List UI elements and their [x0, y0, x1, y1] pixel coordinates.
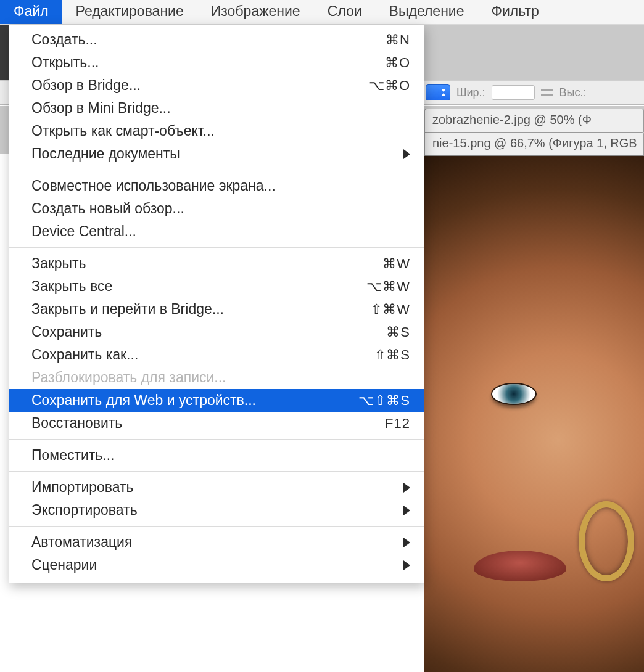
- menu-item: Разблокировать для записи...: [9, 366, 424, 389]
- menu-item[interactable]: Автоматизация: [9, 531, 424, 554]
- menu-item[interactable]: Создать...⌘N: [9, 28, 424, 51]
- menu-item-label: Восстановить: [31, 415, 336, 432]
- document-tab-title: zobrazhenie-2.jpg @ 50% (Ф: [432, 113, 592, 126]
- submenu-arrow-icon: [403, 538, 410, 547]
- menu-item-shortcut: ⇧⌘W: [336, 301, 410, 318]
- menu-item-label: Создать новый обзор...: [31, 200, 410, 217]
- menu-item[interactable]: Сохранить для Web и устройств...⌥⇧⌘S: [9, 389, 424, 412]
- menu-item-label: Сценарии: [31, 557, 398, 573]
- menu-item[interactable]: Экспортировать: [9, 499, 424, 522]
- menu-item[interactable]: Device Central...: [9, 220, 424, 243]
- menu-item-label: Открыть...: [31, 54, 336, 71]
- menu-item[interactable]: Закрыть⌘W: [9, 252, 424, 275]
- menu-item[interactable]: Закрыть и перейти в Bridge...⇧⌘W: [9, 298, 424, 321]
- menu-item[interactable]: Сохранить как...⇧⌘S: [9, 343, 424, 366]
- image-detail: [579, 501, 634, 581]
- menu-item-label: Создать...: [31, 31, 336, 48]
- file-menu-dropdown: Создать...⌘NОткрыть...⌘OОбзор в Bridge..…: [9, 25, 424, 583]
- canvas-image[interactable]: [424, 155, 644, 672]
- document-tab[interactable]: zobrazhenie-2.jpg @ 50% (Ф: [424, 109, 644, 132]
- menu-separator: [9, 471, 424, 472]
- menu-item-shortcut: ⇧⌘S: [336, 347, 410, 363]
- menu-item-label: Сохранить: [31, 324, 336, 340]
- menu-item-label: Поместить...: [31, 447, 410, 464]
- menu-файл[interactable]: Файл: [0, 0, 62, 24]
- menu-item-shortcut: ⌥⇧⌘S: [336, 393, 410, 409]
- menu-item[interactable]: Последние документы: [9, 142, 424, 165]
- menu-item-label: Обзор в Mini Bridge...: [31, 100, 410, 117]
- menu-item-label: Разблокировать для записи...: [31, 369, 410, 386]
- menu-item-shortcut: ⌘N: [336, 32, 410, 48]
- menu-item-label: Автоматизация: [31, 534, 398, 551]
- menu-item-label: Открыть как смарт-объект...: [31, 123, 410, 139]
- menu-item-label: Совместное использование экрана...: [31, 178, 410, 194]
- menu-item-shortcut: F12: [336, 416, 410, 432]
- document-tab[interactable]: nie-15.png @ 66,7% (Фигура 1, RGB: [424, 132, 644, 155]
- menu-слои[interactable]: Слои: [314, 0, 376, 24]
- submenu-arrow-icon: [403, 149, 410, 159]
- menu-фильтр[interactable]: Фильтр: [477, 0, 552, 24]
- menu-item-shortcut: ⌥⌘O: [336, 78, 410, 94]
- tool-palette-edge: [0, 25, 9, 80]
- menu-separator: [9, 439, 424, 440]
- submenu-arrow-icon: [403, 506, 410, 515]
- menu-item-shortcut: ⌘W: [336, 256, 410, 272]
- menu-item-label: Device Central...: [31, 223, 410, 240]
- menu-item-shortcut: ⌘S: [336, 324, 410, 340]
- menu-separator: [9, 170, 424, 170]
- menu-item-label: Закрыть и перейти в Bridge...: [31, 301, 336, 318]
- submenu-arrow-icon: [403, 483, 410, 493]
- width-label: Шир.:: [456, 86, 485, 99]
- width-field[interactable]: [492, 85, 535, 100]
- style-select[interactable]: [426, 84, 450, 100]
- menu-separator: [9, 247, 424, 248]
- height-label: Выс.:: [559, 86, 587, 99]
- menu-редактирование[interactable]: Редактирование: [62, 0, 197, 24]
- menu-item-label: Сохранить для Web и устройств...: [31, 392, 336, 409]
- menu-item[interactable]: Совместное использование экрана...: [9, 174, 424, 197]
- menu-item-label: Последние документы: [31, 145, 398, 162]
- menu-item[interactable]: Открыть...⌘O: [9, 51, 424, 74]
- menu-item-label: Экспортировать: [31, 502, 398, 518]
- menubar: ФайлРедактированиеИзображениеСлоиВыделен…: [0, 0, 644, 25]
- menu-item[interactable]: ВосстановитьF12: [9, 412, 424, 435]
- image-detail: [474, 551, 566, 581]
- menu-item[interactable]: Сценарии: [9, 554, 424, 576]
- menu-separator: [9, 526, 424, 527]
- submenu-arrow-icon: [403, 560, 410, 570]
- menu-item-shortcut: ⌥⌘W: [336, 279, 410, 295]
- menu-изображение[interactable]: Изображение: [197, 0, 314, 24]
- menu-item[interactable]: Обзор в Bridge...⌥⌘O: [9, 74, 424, 97]
- image-detail: [492, 384, 535, 404]
- menu-item[interactable]: Импортировать: [9, 476, 424, 499]
- menu-item-label: Импортировать: [31, 479, 398, 496]
- menu-item[interactable]: Открыть как смарт-объект...: [9, 120, 424, 142]
- document-tab-title: nie-15.png @ 66,7% (Фигура 1, RGB: [432, 136, 637, 150]
- menu-item[interactable]: Сохранить⌘S: [9, 321, 424, 343]
- menu-item-label: Закрыть: [31, 255, 336, 272]
- menu-выделение[interactable]: Выделение: [376, 0, 478, 24]
- swap-dimensions-icon[interactable]: [541, 86, 553, 99]
- menu-item-label: Сохранить как...: [31, 346, 336, 363]
- menu-item[interactable]: Поместить...: [9, 444, 424, 467]
- menu-item[interactable]: Закрыть все⌥⌘W: [9, 275, 424, 298]
- menu-item-shortcut: ⌘O: [336, 55, 410, 71]
- menu-item-label: Обзор в Bridge...: [31, 77, 336, 94]
- menu-item-label: Закрыть все: [31, 278, 336, 295]
- menu-item[interactable]: Обзор в Mini Bridge...: [9, 97, 424, 120]
- menu-item[interactable]: Создать новый обзор...: [9, 197, 424, 220]
